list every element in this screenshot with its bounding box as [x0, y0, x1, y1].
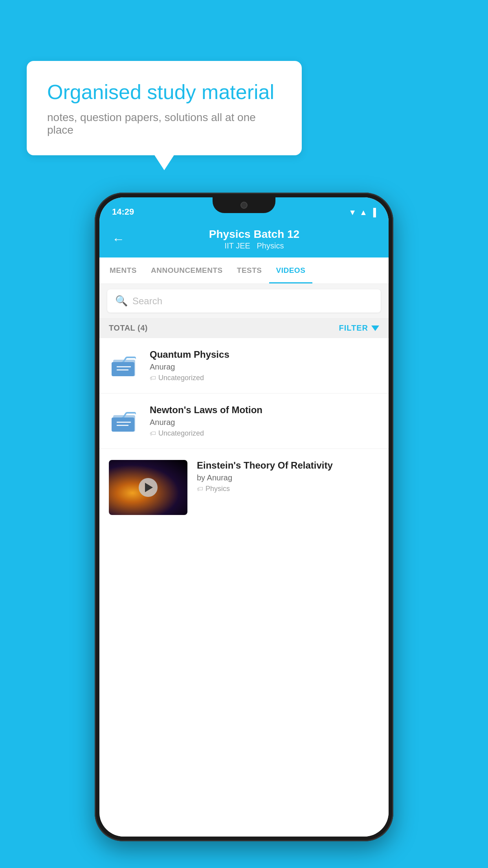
- bubble-subtitle: notes, question papers, solutions all at…: [47, 111, 281, 136]
- tag-label: Uncategorized: [158, 429, 204, 438]
- status-icons: ▼ ▲ ▐: [349, 208, 376, 217]
- svg-rect-1: [112, 362, 134, 376]
- tag-label: Uncategorized: [158, 374, 204, 382]
- filter-bar: TOTAL (4) FILTER: [99, 318, 389, 338]
- tab-videos[interactable]: VIDEOS: [269, 257, 313, 283]
- tab-tests[interactable]: TESTS: [230, 257, 269, 283]
- wifi-icon: ▼: [349, 208, 356, 217]
- tab-announcements[interactable]: ANNOUNCEMENTS: [144, 257, 230, 283]
- item-info: Newton's Laws of Motion Anurag 🏷 Uncateg…: [150, 405, 379, 438]
- item-title: Newton's Laws of Motion: [150, 405, 379, 416]
- phone-outer: 14:29 ▼ ▲ ▐ ← Physics Batch 12: [95, 193, 393, 841]
- item-title: Einstein's Theory Of Relativity: [197, 460, 379, 471]
- item-thumbnail: [109, 405, 140, 437]
- search-bar[interactable]: 🔍 Search: [107, 289, 381, 313]
- app-header: ← Physics Batch 12 IIT JEE Physics: [99, 221, 389, 257]
- batch-title: Physics Batch 12: [132, 228, 376, 241]
- back-button[interactable]: ←: [112, 232, 125, 246]
- filter-label: FILTER: [339, 324, 368, 333]
- item-tag: 🏷 Physics: [197, 485, 379, 493]
- item-thumbnail: [109, 350, 140, 381]
- play-button[interactable]: [139, 478, 158, 497]
- front-camera: [240, 202, 248, 209]
- search-container: 🔍 Search: [99, 284, 389, 318]
- play-icon: [145, 483, 153, 492]
- list-item[interactable]: Quantum Physics Anurag 🏷 Uncategorized: [99, 338, 389, 394]
- content-scroll: ← Physics Batch 12 IIT JEE Physics MENTS…: [99, 221, 389, 837]
- tag-icon: 🏷: [150, 430, 156, 437]
- list-item[interactable]: Einstein's Theory Of Relativity by Anura…: [99, 449, 389, 526]
- item-info: Einstein's Theory Of Relativity by Anura…: [197, 460, 379, 493]
- phone-notch: [213, 197, 275, 213]
- tabs-bar: MENTS ANNOUNCEMENTS TESTS VIDEOS: [99, 257, 389, 284]
- svg-rect-5: [112, 417, 134, 432]
- total-count: TOTAL (4): [109, 324, 148, 333]
- video-list: Quantum Physics Anurag 🏷 Uncategorized: [99, 338, 389, 526]
- status-time: 14:29: [112, 207, 134, 217]
- battery-icon: ▐: [371, 208, 376, 217]
- item-info: Quantum Physics Anurag 🏷 Uncategorized: [150, 349, 379, 382]
- item-author: Anurag: [150, 418, 379, 427]
- subtitle-iit: IIT JEE Physics: [225, 241, 284, 250]
- signal-icon: ▲: [360, 208, 367, 217]
- item-author: Anurag: [150, 362, 379, 371]
- phone-content: ← Physics Batch 12 IIT JEE Physics MENTS…: [99, 221, 389, 837]
- speech-bubble: Organised study material notes, question…: [27, 61, 302, 155]
- einstein-thumbnail: [109, 460, 187, 515]
- folder-icon: [111, 352, 138, 379]
- phone-wrapper: 14:29 ▼ ▲ ▐ ← Physics Batch 12: [95, 193, 393, 841]
- item-tag: 🏷 Uncategorized: [150, 374, 379, 382]
- folder-icon: [111, 407, 138, 435]
- header-center: Physics Batch 12 IIT JEE Physics: [132, 228, 376, 250]
- tab-ments[interactable]: MENTS: [103, 257, 144, 283]
- filter-button[interactable]: FILTER: [339, 324, 379, 333]
- tag-icon: 🏷: [197, 485, 203, 493]
- tag-label: Physics: [205, 485, 230, 493]
- batch-subtitle: IIT JEE Physics: [132, 241, 376, 250]
- item-tag: 🏷 Uncategorized: [150, 429, 379, 438]
- bubble-title: Organised study material: [47, 80, 281, 104]
- item-title: Quantum Physics: [150, 349, 379, 360]
- list-item[interactable]: Newton's Laws of Motion Anurag 🏷 Uncateg…: [99, 394, 389, 449]
- filter-icon: [371, 326, 379, 331]
- phone-screen: 14:29 ▼ ▲ ▐ ← Physics Batch 12: [99, 197, 389, 837]
- item-author: by Anurag: [197, 473, 379, 482]
- tag-icon: 🏷: [150, 375, 156, 382]
- search-input[interactable]: Search: [132, 296, 162, 307]
- search-icon: 🔍: [115, 295, 128, 307]
